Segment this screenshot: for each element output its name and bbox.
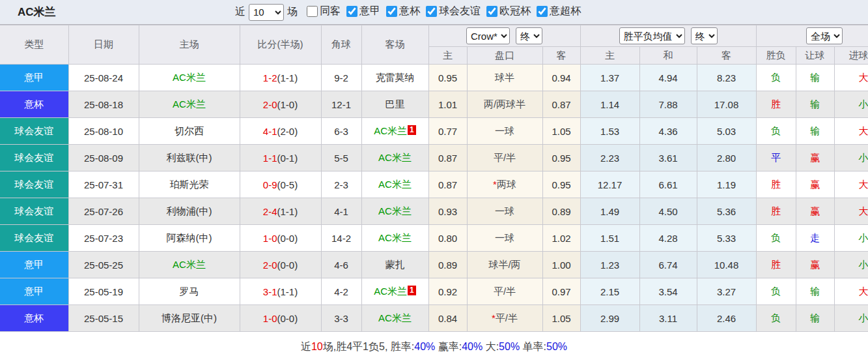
result-outcome: 胜: [756, 198, 796, 225]
home-win-odds: 2.23: [580, 145, 639, 171]
result-outcome: 平: [756, 145, 796, 171]
match-score: 2-4(1-1): [240, 198, 321, 225]
summary-segment: 40%: [414, 341, 435, 352]
handicap-home-odds: 1.01: [428, 91, 467, 118]
filter-checkbox[interactable]: [537, 6, 548, 17]
home-win-odds: 1.49: [580, 198, 639, 225]
match-date: 25-05-15: [68, 305, 139, 332]
match-row: 意杯25-05-15博洛尼亚(中)1-0(0-0)3-3AC米兰0.84*平/半…: [0, 305, 868, 332]
handicap-home-odds: 0.87: [428, 145, 467, 171]
home-team: 利物浦(中): [139, 198, 240, 225]
home-win-odds: 2.99: [580, 305, 639, 332]
handicap-outcome: 输: [796, 278, 834, 305]
col-header-away: 客场: [361, 25, 428, 65]
scope-select[interactable]: 全场: [806, 27, 843, 44]
away-win-odds: 2.46: [697, 305, 756, 332]
match-score: 1-1(0-1): [240, 145, 321, 171]
handicap-outcome: 赢: [796, 145, 834, 171]
handicap-line: 球半/两: [467, 252, 542, 278]
match-date: 25-08-09: [68, 145, 139, 171]
away-win-odds: 3.27: [697, 278, 756, 305]
goals-outcome: 小: [834, 91, 868, 118]
handicap-line: 球半: [467, 65, 542, 91]
handicap-home-odds: 0.93: [428, 198, 467, 225]
goals-outcome: 大: [834, 118, 868, 145]
match-date: 25-07-26: [68, 198, 139, 225]
col-header-date: 日期: [68, 25, 139, 65]
handicap-away-odds: 0.94: [542, 65, 580, 91]
filter-checkbox-item[interactable]: 意杯: [386, 5, 420, 18]
goals-outcome: 大: [834, 198, 868, 225]
avg-odds-select[interactable]: 胜平负均值: [619, 27, 685, 44]
handicap-line: 一球: [467, 198, 542, 225]
filter-checkbox-item[interactable]: 球会友谊: [426, 5, 481, 18]
match-row: 意杯25-08-18AC米兰2-0(1-0)12-1巴里1.01两/两球半0.8…: [0, 91, 868, 118]
filter-topbar: AC米兰 近 10 场 同客意甲意杯球会友谊欧冠杯意超杯: [0, 0, 868, 24]
summary-segment: 大:: [483, 341, 499, 352]
filter-checkbox-item[interactable]: 意超杯: [537, 5, 581, 18]
away-team: AC米兰1: [361, 278, 428, 305]
filter-checkbox[interactable]: [486, 6, 497, 17]
handicap-line: *两球: [467, 171, 542, 198]
match-row: 球会友谊25-08-10切尔西4-1(2-0)6-3AC米兰10.77一球1.0…: [0, 118, 868, 145]
league-badge: 球会友谊: [0, 145, 68, 171]
handicap-away-odds: 1.00: [542, 252, 580, 278]
handicap-home-odds: 0.80: [428, 225, 467, 252]
away-win-odds: 10.48: [697, 252, 756, 278]
home-team: 切尔西: [139, 118, 240, 145]
corner-score: 6-3: [321, 118, 361, 145]
matches-table-wrap: 类型 日期 主场 比分(半场) 角球 客场 Crow* 终 胜平负均值: [0, 24, 868, 332]
away-team: 蒙扎: [361, 252, 428, 278]
draw-odds: 3.11: [639, 305, 697, 332]
filter-checkbox-item[interactable]: 意甲: [346, 5, 380, 18]
match-date: 25-08-18: [68, 91, 139, 118]
odds-group-header: 胜平负均值 终: [580, 25, 756, 47]
handicap-line: 平/半: [467, 278, 542, 305]
away-team: AC米兰: [361, 305, 428, 332]
league-badge: 球会友谊: [0, 118, 68, 145]
corner-score: 14-2: [321, 225, 361, 252]
draw-odds: 4.28: [639, 225, 697, 252]
match-score: 0-9(0-5): [240, 171, 321, 198]
match-row: 意甲25-05-25AC米兰2-0(0-0)4-6蒙扎0.89球半/两1.001…: [0, 252, 868, 278]
handicap-away-odds: 1.02: [542, 225, 580, 252]
bookmaker-time-select[interactable]: 终: [516, 27, 542, 44]
bookmaker-select[interactable]: Crow*: [466, 27, 510, 44]
filter-checkbox-label: 意甲: [359, 5, 380, 18]
filter-checkbox[interactable]: [426, 6, 437, 17]
draw-odds: 4.94: [639, 65, 697, 91]
handicap-away-odds: 0.97: [542, 278, 580, 305]
home-win-odds: 1.23: [580, 252, 639, 278]
handicap-away-odds: 0.95: [542, 145, 580, 171]
match-score: 4-1(2-0): [240, 118, 321, 145]
filter-checkbox[interactable]: [307, 6, 318, 17]
col-header-corners: 角球: [321, 25, 361, 65]
match-row: 球会友谊25-07-23阿森纳(中)1-0(0-0)14-2AC米兰0.80一球…: [0, 225, 868, 252]
match-score: 1-0(0-0): [240, 225, 321, 252]
away-win-odds: 1.19: [697, 171, 756, 198]
filter-checkbox-label: 意超杯: [550, 5, 581, 18]
filter-checkbox[interactable]: [386, 6, 397, 17]
match-count-select[interactable]: 10: [249, 4, 284, 21]
result-outcome: 胜: [756, 252, 796, 278]
match-score: 2-0(0-0): [240, 252, 321, 278]
home-win-odds: 2.15: [580, 278, 639, 305]
match-date: 25-05-25: [68, 252, 139, 278]
handicap-line: 平/半: [467, 145, 542, 171]
handicap-away-odds: 1.05: [542, 305, 580, 332]
handicap-home-odds: 0.87: [428, 171, 467, 198]
draw-odds: 3.61: [639, 145, 697, 171]
away-win-odds: 5.36: [697, 198, 756, 225]
corner-score: 4-6: [321, 252, 361, 278]
goals-outcome: 大: [834, 65, 868, 91]
result-outcome: 负: [756, 278, 796, 305]
avg-time-select[interactable]: 终: [691, 27, 718, 44]
filter-checkbox-item[interactable]: 欧冠杯: [486, 5, 531, 18]
handicap-away-odds: 0.95: [542, 171, 580, 198]
draw-odds: 3.54: [639, 278, 697, 305]
filter-checkbox[interactable]: [346, 6, 357, 17]
match-history-panel: AC米兰 近 10 场 同客意甲意杯球会友谊欧冠杯意超杯 类型 日期 主场 比: [0, 0, 868, 356]
filter-checkbox-item[interactable]: 同客: [307, 5, 341, 18]
summary-segment: 50%: [546, 341, 567, 352]
match-row: 意甲25-05-19罗马3-1(1-1)4-2AC米兰10.92平/半0.972…: [0, 278, 868, 305]
